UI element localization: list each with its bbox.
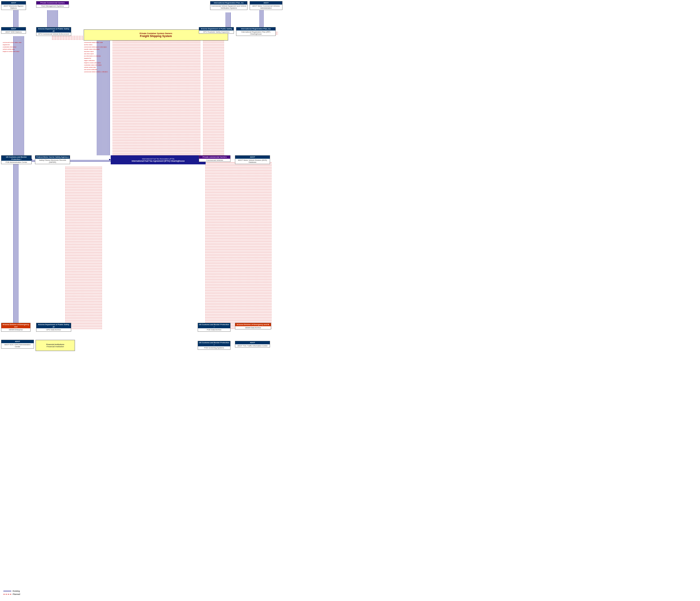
ifta-clearinghouse-box: International Fuel Tax Association (IFTA… <box>111 155 206 164</box>
adot-wim-header: ADOT <box>1 27 26 30</box>
adot-toc-body: ADOT TOC Traffic Information Center <box>235 344 270 347</box>
flow-label-1: commercial vehicle status data <box>84 42 103 43</box>
freight-system-owner-label: Private Container System Owners <box>140 32 172 34</box>
adot-toc-box: ADOT ADOT TOC Traffic Information Center <box>235 341 270 347</box>
private-vehicles-body: Commercial Vehicles <box>199 159 230 162</box>
flow-label-14: commercial vehicle violation notificatio… <box>84 71 108 73</box>
adot-mvd-header: ADOT <box>235 156 270 159</box>
cbp-poe-admin-body: POE Administration Center <box>1 161 31 164</box>
legend: Existing Planned <box>3 590 20 595</box>
adot-wim-body: ADOT WIM Stations <box>1 30 26 34</box>
az-division-emergency-2-box: Arizona Division of Emergency and M. DEM… <box>235 323 271 330</box>
flow-label-4: transfer status information <box>84 49 100 50</box>
svg-marker-252 <box>109 159 111 160</box>
left-flow-label-2: targeted list <box>3 44 10 45</box>
legend-planned-label: Planned <box>12 593 20 595</box>
cbp-poe-data-archive-header: US Customs and Border Protection / <box>198 323 230 328</box>
irp-clearinghouse-body: International Registration Plan (IRP) Cl… <box>236 30 275 36</box>
adot-wim-box: ADOT ADOT WIM Stations <box>1 27 26 34</box>
arizona-dps-cve-header: Arizona Department of Public Safety (D <box>36 27 71 32</box>
private-carriers-fleet-header: Private Commercial Carriers <box>36 1 69 4</box>
flow-label-2: archive status <box>84 44 93 45</box>
adot-bypass-header: ADOT <box>1 1 26 4</box>
irp-inc-body: Commercial Vehicle Equipment and Vehicle… <box>210 4 247 10</box>
irp-clearinghouse-box: International Registration Plan, Inc Int… <box>236 27 276 36</box>
cbp-poe-screening-box: US Customs and Border Protection / POE S… <box>198 341 230 350</box>
legend-planned: Planned <box>3 593 20 595</box>
adot-toc-header: ADOT <box>235 341 270 344</box>
left-flow-label-5: freight-in-motion information <box>3 51 20 52</box>
arizona-dps-data-archive-box: Arizona Department of Public Safety (D D… <box>36 323 71 332</box>
private-commercial-vehicles-box: Private commercial Carriers Commercial V… <box>199 155 230 162</box>
adot-bypass-body: ADOT Electronic Bypass Stations <box>1 4 26 10</box>
freight-system-name-label: Freight Shipping System <box>140 34 172 38</box>
flow-label-6: size drive report <box>84 53 94 54</box>
irp-clearinghouse-header: International Registration Plan, Inc <box>236 27 275 30</box>
connection-lines <box>0 0 700 601</box>
cbp-poe-data-archive-box: US Customs and Border Protection / POE D… <box>198 323 230 332</box>
flow-label-13: new arrival notification <box>84 69 97 70</box>
adot-mvd-body: ADOT Motor Vehicle Division (MVD) Databa… <box>235 159 270 164</box>
financial-institution-box: Financial Institutions Financial Institu… <box>35 340 75 351</box>
cbp-poe-screening-header: US Customs and Border Protection / <box>198 341 230 346</box>
ifta-top-label: International Fuel Tax Association (IFTA… <box>142 158 174 160</box>
az-emergency-2-header: Arizona Division of Emergency and M. <box>235 323 271 326</box>
flow-label-8: targeted list <box>84 58 91 59</box>
legend-existing-label: Existing <box>12 590 20 592</box>
cbp-poe-screening-body: POE Screening Systems <box>198 346 230 349</box>
flow-label-5: trip driver report <box>84 51 94 52</box>
financial-institution-label: Financial Institution <box>47 345 64 348</box>
legend-existing-line <box>3 591 11 591</box>
cbp-poe-data-archive-body: POE Data Archive <box>198 328 230 332</box>
adot-mvd-box: ADOT ADOT Motor Vehicle Division (MVD) D… <box>235 155 270 164</box>
private-carriers-fleet-box: Private Commercial Carriers Fleet Manage… <box>36 1 69 8</box>
az-emergency-1-body: DEMA Enterprise <box>1 328 30 332</box>
legend-existing: Existing <box>3 590 20 592</box>
arizona-dps-data-archive-header: Arizona Department of Public Safety (D <box>36 323 71 328</box>
az-emergency-1-header: Arizona Division of Emergency and <box>1 323 30 328</box>
adot-eoc-box: ADOT ADOT EOC /OHS Administration Center <box>1 340 34 348</box>
flow-label-10: freight-in-motion information <box>84 62 101 63</box>
arizona-dps-cve-box: Arizona Department of Public Safety (D D… <box>36 27 71 36</box>
left-flow-label-4: vehicle activity data <box>3 49 15 50</box>
financial-institution-label-top: Financial Institutions <box>46 343 64 345</box>
flow-label-7: tax information on collection <box>84 55 101 57</box>
private-vehicles-header: Private commercial Carriers <box>199 156 230 159</box>
fmcsa-safer-box: Federal Motor Carrier Safety Agency ( Sa… <box>35 155 70 164</box>
flow-label-9: trigger notification <box>84 60 95 61</box>
arizona-dps-roadside-box: Arizona Department of Public Safety DPS … <box>199 27 234 34</box>
irp-inc-box: International Registration Plan, Inc Com… <box>210 1 247 10</box>
left-flow-label-3: credentials information <box>3 46 16 48</box>
flow-label-11: credentials status information <box>84 64 102 66</box>
cbp-poe-admin-box: US Customs and Border Protection / POE A… <box>1 155 32 164</box>
adot-eoc-header: ADOT <box>1 340 34 343</box>
diagram-container: ADOT ADOT Electronic Bypass Stations Pri… <box>0 0 700 601</box>
ifta-bottom-label: International Fuel Tax Agreement (IFTA) … <box>132 160 184 162</box>
flow-label-3: commercial vehicle permit information <box>84 46 107 48</box>
adot-eoc-body: ADOT EOC /OHS Administration Center <box>1 343 34 348</box>
adot-mvu-box: ADOT ADOT Motor Commercial Vehicles Admi… <box>250 1 282 10</box>
az-division-emergency-1-box: Arizona Division of Emergency and DEMA E… <box>1 323 30 332</box>
fmcsa-safer-header: Federal Motor Carrier Safety Agency ( <box>35 156 70 159</box>
irp-inc-header: International Registration Plan, Inc <box>210 1 247 4</box>
legend-planned-line <box>3 594 11 595</box>
adot-electronic-bypass-box: ADOT ADOT Electronic Bypass Stations <box>1 1 26 10</box>
cbp-poe-admin-header: US Customs and Border Protection / <box>1 156 31 161</box>
arizona-dps-roadside-body: DPS Roadside Safety Inspection <box>199 30 234 34</box>
az-emergency-2-body: DEMA Data Archive <box>235 326 271 330</box>
left-flow-label-1: commercial vehicle status data <box>3 42 21 43</box>
fmcsa-safer-body: Safety Fitness Electronic Records (SAFER… <box>35 159 70 164</box>
flow-label-12: vehicle activity data <box>84 67 96 68</box>
arizona-dps-roadside-header: Arizona Department of Public Safety <box>199 27 234 30</box>
private-carriers-fleet-body: Fleet Management Systems <box>36 4 69 8</box>
adot-mvu-header: ADOT <box>250 1 282 4</box>
arizona-dps-cve-body: DPS Commercial Vehicle Enforcement <box>36 32 71 36</box>
arizona-dps-data-archive-body: DPS Data Archive <box>36 328 71 332</box>
adot-mvu-body: ADOT Motor Commercial Vehicles Administr… <box>250 4 282 10</box>
